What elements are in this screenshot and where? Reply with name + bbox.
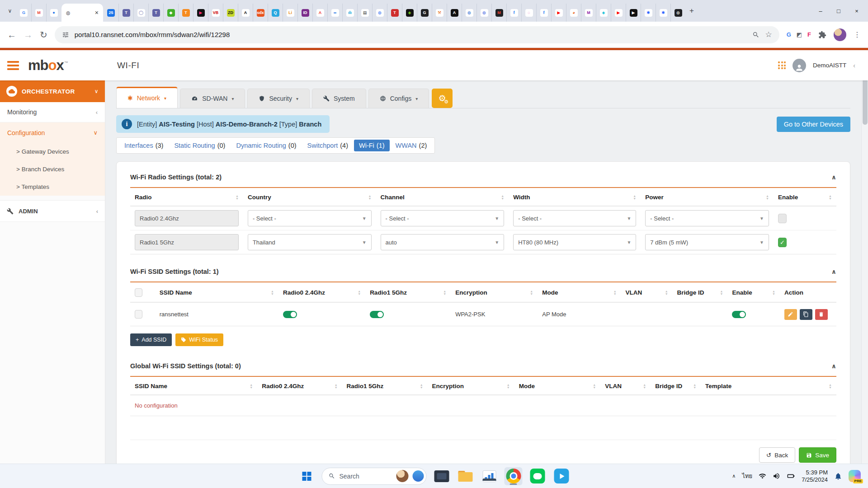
sidebar-item-configuration[interactable]: Configuration∨ — [0, 122, 105, 143]
pinned-tab[interactable]: ▶ — [193, 4, 208, 22]
user-avatar[interactable] — [793, 59, 806, 72]
wifi-icon[interactable] — [759, 472, 766, 480]
column-header[interactable]: SSID Name▲▼ — [155, 289, 278, 296]
column-header[interactable]: SSID Name▲▼ — [130, 383, 257, 389]
column-header[interactable]: Width▲▼ — [509, 194, 641, 201]
sort-icon[interactable]: ▲▼ — [766, 195, 769, 200]
tab-security[interactable]: Security▾ — [247, 89, 310, 108]
volume-icon[interactable] — [773, 472, 780, 480]
close-tab-icon[interactable]: × — [95, 9, 99, 16]
page-scrollbar[interactable] — [861, 50, 868, 464]
column-header[interactable]: Mode▲▼ — [514, 383, 601, 389]
sort-icon[interactable]: ▲▼ — [420, 384, 423, 389]
sort-icon[interactable]: ▲▼ — [335, 384, 338, 389]
pinned-tab[interactable]: sdx — [253, 4, 268, 22]
sort-icon[interactable]: ▲▼ — [368, 195, 372, 200]
pinned-tab[interactable]: ▤ — [357, 4, 372, 22]
pinned-tab[interactable]: ▶ — [551, 4, 566, 22]
puzzle-extensions-icon[interactable] — [818, 31, 826, 39]
browser-menu-icon[interactable]: ⋮ — [854, 30, 861, 39]
radio0-width-select[interactable]: - Select -▼ — [513, 210, 636, 226]
clock[interactable]: 5:39 PM 7/25/2024 — [802, 469, 828, 483]
pinned-tab[interactable]: ◍ — [462, 4, 476, 22]
browser-profile-avatar[interactable] — [834, 28, 846, 41]
pinned-tab[interactable]: ▶ — [626, 4, 641, 22]
radio0-country-select[interactable]: - Select -▼ — [248, 210, 372, 226]
pinned-tab[interactable]: ◈ — [596, 4, 611, 22]
column-header[interactable]: Encryption▲▼ — [428, 383, 514, 389]
column-header[interactable]: Template▲▼ — [701, 383, 836, 389]
sort-icon[interactable]: ▲▼ — [358, 290, 361, 295]
back-button[interactable]: ↺ Back — [759, 447, 795, 463]
sort-icon[interactable]: ▲▼ — [250, 384, 253, 389]
tab-sd-wan[interactable]: SD-WAN▾ — [180, 89, 245, 108]
column-header[interactable]: VLAN▲▼ — [600, 383, 651, 389]
bookmark-star-icon[interactable]: ☆ — [765, 30, 772, 39]
pinned-tab[interactable]: ✱ — [641, 4, 656, 22]
pinned-tab[interactable]: T — [178, 4, 193, 22]
lens-search-icon[interactable] — [752, 31, 760, 38]
pinned-tab[interactable]: ılı — [342, 4, 357, 22]
tab-network[interactable]: ✱ Network▾ — [116, 87, 178, 108]
collapse-chevron-icon[interactable]: ∧ — [831, 362, 836, 370]
pinned-tab[interactable]: ◈ — [402, 4, 417, 22]
pinned-tab[interactable]: M — [31, 4, 46, 22]
sort-icon[interactable]: ▲▼ — [829, 195, 832, 200]
sort-icon[interactable]: ▲▼ — [693, 384, 696, 389]
column-header[interactable]: Radio1 5Ghz▲▼ — [365, 289, 451, 296]
pinned-tab[interactable]: M — [491, 4, 506, 22]
app-terminal[interactable] — [433, 467, 451, 485]
sidebar-item-gateway-devices[interactable]: > Gateway Devices — [0, 143, 105, 160]
pinned-tab[interactable]: A — [447, 4, 462, 22]
collapse-chevron-icon[interactable]: ∧ — [831, 268, 836, 275]
forward-icon[interactable]: → — [24, 30, 33, 39]
pinned-tab[interactable]: ◯ — [133, 4, 148, 22]
pinned-tab[interactable]: ✱ — [656, 4, 670, 22]
subtab-wwan[interactable]: WWAN(2) — [391, 140, 432, 151]
sort-icon[interactable]: ▲▼ — [720, 290, 723, 295]
column-header[interactable]: VLAN▲▼ — [621, 289, 673, 296]
advanced-settings-button[interactable]: ⚙⚙ — [432, 89, 453, 108]
back-icon[interactable]: ← — [7, 30, 16, 39]
column-header[interactable]: Radio▲▼ — [130, 194, 243, 201]
wifi-status-button[interactable]: WiFi Status — [175, 333, 223, 346]
radio0-power-select[interactable]: - Select -▼ — [645, 210, 769, 226]
sort-icon[interactable]: ▲▼ — [829, 384, 832, 389]
radio1-width-select[interactable]: HT80 (80 MHz)▼ — [513, 234, 636, 250]
column-header[interactable]: Radio0 2.4Ghz▲▼ — [278, 289, 365, 296]
extension-icon[interactable]: F — [807, 31, 811, 38]
extension-icon[interactable]: G — [787, 31, 791, 38]
pinned-tab[interactable]: G — [417, 4, 432, 22]
pinned-tab[interactable]: M — [581, 4, 596, 22]
pinned-tab[interactable]: A — [238, 4, 253, 22]
subtab-switchport[interactable]: Switchport(4) — [302, 140, 353, 151]
hidden-icons-chevron[interactable]: ∧ — [732, 473, 736, 479]
go-to-other-devices-button[interactable]: Go to Other Devices — [777, 117, 850, 132]
language-indicator[interactable]: ไทย — [742, 471, 752, 481]
tab-search-icon[interactable]: ∨ — [4, 5, 16, 17]
pinned-tab[interactable]: A — [312, 4, 327, 22]
pinned-tab[interactable]: f — [506, 4, 521, 22]
pinned-tab[interactable]: ZD — [223, 4, 238, 22]
pinned-tab[interactable]: ◕ — [566, 4, 581, 22]
duplicate-button[interactable] — [800, 309, 812, 320]
delete-button[interactable] — [815, 309, 828, 320]
column-header[interactable]: Country▲▼ — [243, 194, 376, 201]
column-header[interactable]: Enable▲▼ — [727, 289, 780, 296]
pinned-tab[interactable]: Q — [268, 4, 283, 22]
pinned-tab[interactable]: ◍ — [670, 4, 685, 22]
radio1-channel-select[interactable]: auto▼ — [381, 234, 505, 250]
radio1-enable-checkbox[interactable]: ✓ — [778, 238, 787, 247]
subtab-interfaces[interactable]: Interfaces(3) — [119, 140, 168, 151]
sort-icon[interactable]: ▲▼ — [236, 195, 239, 200]
pinned-tab[interactable]: VB — [208, 4, 223, 22]
username[interactable]: DemoAISTT — [813, 62, 846, 69]
minimize-button[interactable]: – — [812, 3, 829, 19]
battery-icon[interactable] — [787, 472, 795, 480]
column-header[interactable]: Bridge ID▲▼ — [673, 289, 728, 296]
column-header[interactable]: Bridge ID▲▼ — [651, 383, 701, 389]
extension-icon[interactable]: ◩ — [797, 31, 802, 38]
radio0-enable-checkbox[interactable] — [778, 214, 787, 223]
sidebar-item-monitoring[interactable]: Monitoring‹ — [0, 102, 105, 122]
copilot-icon[interactable]: PRE — [849, 470, 861, 482]
